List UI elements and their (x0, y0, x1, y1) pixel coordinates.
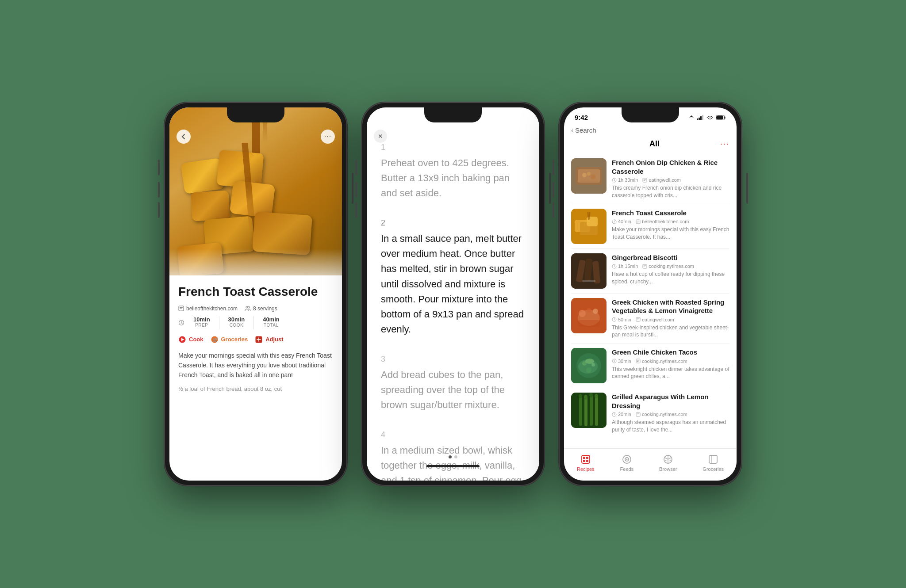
time-meta: 1h 15min (612, 263, 638, 269)
svg-rect-77 (637, 413, 639, 414)
step-3-number: 3 (381, 355, 525, 364)
dot-2 (454, 455, 457, 458)
svg-rect-54 (637, 320, 638, 320)
svg-rect-63 (636, 359, 640, 363)
recipe-source: belleofthekitchen.com (178, 305, 238, 312)
recipe-thumbnail (571, 209, 607, 244)
recipe-list-info: Green Chile Chicken Tacos 30min cooking.… (612, 348, 729, 383)
svg-rect-14 (702, 115, 703, 120)
recipes-tab-label: Recipes (577, 466, 595, 472)
step-1: 1 Preheat oven to 425 degrees. Butter a … (381, 143, 525, 201)
list-item[interactable]: Gingerbread Biscotti 1h 15min cooking.ny… (571, 249, 729, 294)
recipe-list-desc: This creamy French onion dip chicken and… (612, 184, 729, 199)
clock-small-icon (612, 264, 617, 269)
svg-rect-13 (700, 116, 702, 120)
step-3: 3 Add bread cubes to the pan, spreading … (381, 355, 525, 412)
svg-rect-67 (579, 395, 582, 426)
adjust-button[interactable]: Adjust (255, 336, 283, 344)
source-small-icon (642, 178, 647, 183)
recipe-list-title: Green Chile Chicken Tacos (612, 348, 729, 357)
clock-small-icon (612, 317, 617, 322)
list-item[interactable]: Greek Chicken with Roasted Spring Vegeta… (571, 294, 729, 344)
step-2-text: In a small sauce pan, melt butter over m… (381, 231, 525, 337)
step-1-number: 1 (381, 143, 525, 152)
battery-icon (716, 115, 726, 120)
svg-rect-17 (717, 115, 723, 119)
svg-rect-80 (583, 457, 585, 459)
status-icons (689, 115, 726, 120)
close-button[interactable]: ✕ (374, 130, 387, 143)
recipe-list-desc: This weeknight chicken dinner takes adva… (612, 366, 729, 381)
time-divider-2 (253, 316, 254, 329)
recipe-title: French Toast Casserole (178, 284, 333, 299)
svg-point-48 (593, 309, 598, 314)
step-2-number: 2 (381, 218, 525, 228)
list-more-button[interactable]: ··· (720, 139, 729, 149)
svg-rect-78 (637, 415, 638, 415)
source-text: belleofthekitchen.com (186, 305, 238, 312)
source-small-icon (636, 359, 641, 363)
svg-point-61 (585, 359, 594, 364)
clock-small-icon (612, 412, 617, 417)
recipe-thumbnail (571, 253, 607, 289)
back-search[interactable]: ‹ Search (564, 125, 737, 137)
recipe-list-desc: Although steamed asparagus has an unmatc… (612, 419, 729, 434)
svg-text:🛒: 🛒 (212, 337, 218, 343)
recipe-description: Make your mornings special with this eas… (178, 351, 333, 380)
step-4-number: 4 (381, 430, 525, 439)
recipe-list-title: Grilled Asparagus With Lemon Dressing (612, 393, 729, 410)
phone2-content: ✕ 1 Preheat oven to 425 degrees. Butter … (367, 107, 539, 481)
tab-feeds[interactable]: Feeds (620, 454, 634, 472)
back-chevron-icon: ‹ (571, 126, 573, 134)
more-icon: ··· (324, 133, 331, 141)
back-button[interactable] (177, 130, 191, 144)
total-time: 40min TOTAL (263, 316, 280, 329)
list-item[interactable]: French Toast Casserole 40min belleofthek… (571, 204, 729, 249)
source-meta: cooking.nytimes.com (636, 359, 687, 364)
list-item[interactable]: Grilled Asparagus With Lemon Dressing 20… (571, 388, 729, 438)
svg-rect-79 (582, 455, 590, 463)
phone-2: ✕ 1 Preheat oven to 425 degrees. Butter … (361, 102, 545, 486)
phone-1-screen: ··· French Toast Casserole bell (169, 107, 342, 481)
clock-small-icon (612, 219, 617, 224)
svg-rect-52 (636, 317, 640, 321)
time-divider-1 (219, 316, 219, 329)
time-meta: 20min (612, 412, 631, 417)
servings-icon (245, 305, 251, 312)
phone1-content: ··· French Toast Casserole bell (169, 107, 342, 481)
step-1-text: Preheat oven to 425 degrees. Butter a 13… (381, 156, 525, 201)
source-meta: eatingwell.com (636, 317, 674, 322)
cook-button[interactable]: Cook (178, 336, 203, 344)
phone-2-screen: ✕ 1 Preheat oven to 425 degrees. Butter … (367, 107, 539, 481)
svg-rect-35 (637, 222, 638, 222)
groceries-button[interactable]: 🛒 Groceries (211, 336, 248, 344)
notch-3 (622, 107, 679, 122)
recipe-list-meta: 40min belleofthekitchen.com (612, 219, 729, 224)
list-item[interactable]: Green Chile Chicken Tacos 30min cooking.… (571, 344, 729, 388)
svg-point-86 (626, 459, 627, 460)
steps-container: 1 Preheat oven to 425 degrees. Butter a … (367, 107, 539, 481)
tab-browser[interactable]: Browser (659, 454, 677, 472)
tab-bar: Recipes Feeds (564, 448, 737, 481)
clock-icon (178, 320, 184, 326)
recipe-list-title: Gingerbread Biscotti (612, 253, 729, 262)
more-button[interactable]: ··· (321, 130, 335, 144)
signal-icon (697, 115, 704, 120)
clock-small-icon (612, 359, 617, 363)
recipe-list-meta: 30min cooking.nytimes.com (612, 359, 729, 364)
svg-rect-20 (578, 169, 600, 183)
recipe-thumbnail (571, 348, 607, 383)
tab-groceries[interactable]: Groceries (703, 454, 724, 472)
tab-recipes[interactable]: Recipes (577, 454, 595, 472)
step-dots (449, 455, 457, 458)
recipe-list-desc: This Greek-inspired chicken and vegetabl… (612, 324, 729, 339)
svg-rect-76 (636, 412, 640, 416)
source-icon (178, 305, 184, 311)
svg-rect-42 (643, 264, 647, 268)
recipe-thumbnail (571, 393, 607, 428)
recipe-meta: belleofthekitchen.com 8 servings (178, 305, 333, 312)
list-item[interactable]: French Onion Dip Chicken & Rice Casserol… (571, 154, 729, 204)
svg-rect-89 (709, 455, 717, 463)
svg-rect-25 (643, 178, 647, 182)
recipe-list-info: French Onion Dip Chicken & Rice Casserol… (612, 158, 729, 199)
